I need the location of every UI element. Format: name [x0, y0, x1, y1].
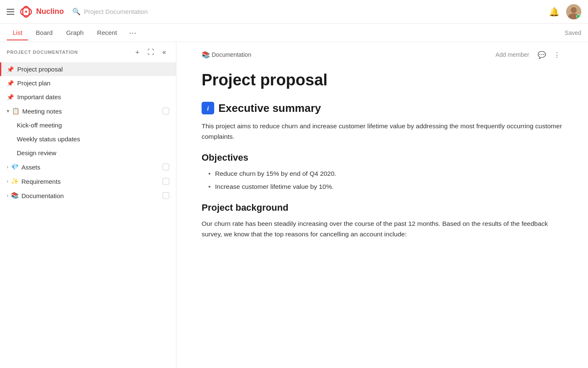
section-heading-objectives: Objectives [202, 152, 563, 163]
meeting-notes-checkbox[interactable] [163, 108, 169, 114]
pin-icon: 📌 [7, 80, 14, 87]
sidebar-item-weekly-status-updates[interactable]: Weekly status updates [0, 132, 176, 146]
sidebar-header: PROJECT DOCUMENTATION ＋ ⛶ « [0, 42, 176, 62]
sidebar: PROJECT DOCUMENTATION ＋ ⛶ « 📌 Project pr… [0, 42, 176, 368]
notification-bell[interactable]: 🔔 [549, 7, 559, 17]
search-placeholder: Project Documentation [84, 8, 148, 15]
content-area: 📚 Documentation Add member 💬 ⋮ Project p… [176, 42, 588, 368]
breadcrumb-icon: 📚 [202, 51, 210, 59]
list-item: Increase customer lifetime value by 10%. [208, 181, 563, 192]
collapse-sidebar-button[interactable]: « [159, 47, 169, 57]
sidebar-item-design-review[interactable]: Design review [0, 146, 176, 160]
tab-graph[interactable]: Graph [60, 26, 89, 40]
section-heading-executive-summary: i Executive summary [202, 102, 563, 115]
breadcrumb-text[interactable]: Documentation [212, 51, 251, 58]
svg-point-2 [25, 11, 27, 13]
logo-icon [19, 5, 33, 19]
sidebar-item-project-plan[interactable]: 📌 Project plan [0, 76, 176, 90]
sidebar-group-documentation[interactable]: › 📚 Documentation [0, 188, 176, 203]
document-title: Project proposal [202, 71, 563, 90]
hamburger-menu[interactable] [7, 9, 14, 15]
tab-more-icon[interactable]: ⋯ [125, 25, 141, 41]
add-member-button[interactable]: Add member [496, 51, 529, 58]
breadcrumb: 📚 Documentation [202, 51, 489, 59]
topbar: Nuclino 🔍 Project Documentation 🔔 [0, 0, 588, 24]
sidebar-item-label: Kick-off meeting [17, 122, 169, 129]
active-indicator [0, 62, 1, 76]
sidebar-item-label: Project proposal [17, 66, 169, 73]
tab-recent[interactable]: Recent [91, 26, 123, 40]
logo-text: Nuclino [36, 7, 64, 16]
requirements-checkbox[interactable] [163, 178, 169, 185]
content-topbar: 📚 Documentation Add member 💬 ⋮ [202, 42, 563, 64]
assets-checkbox[interactable] [163, 164, 169, 170]
sidebar-item-label: Important dates [17, 93, 169, 101]
info-icon: i [202, 102, 214, 114]
requirements-icon: ✨ [11, 177, 19, 185]
tab-board[interactable]: Board [30, 26, 58, 40]
objectives-list: Reduce churn by 15% by end of Q4 2020. I… [208, 168, 563, 192]
sidebar-item-label: Project plan [17, 79, 169, 87]
documentation-icon: 📚 [11, 192, 19, 199]
more-options-button[interactable]: ⋮ [551, 49, 563, 61]
sidebar-item-important-dates[interactable]: 📌 Important dates [0, 90, 176, 104]
list-item: Reduce churn by 15% by end of Q4 2020. [208, 168, 563, 179]
sidebar-item-project-proposal[interactable]: 📌 Project proposal [0, 62, 176, 76]
sidebar-group-assets[interactable]: › 💎 Assets [0, 160, 176, 174]
saved-status: Saved [564, 29, 581, 36]
sidebar-item-kick-off-meeting[interactable]: Kick-off meeting [0, 118, 176, 132]
project-background-body: Our churn rate has been steadily increas… [202, 218, 563, 240]
expand-arrow-icon: › [7, 193, 8, 199]
section-heading-text: Executive summary [218, 102, 321, 115]
sidebar-items: 📌 Project proposal 📌 Project plan 📌 Impo… [0, 62, 176, 368]
tabbar: List Board Graph Recent ⋯ Saved [0, 24, 588, 42]
sidebar-item-label: Design review [17, 149, 169, 156]
logo: Nuclino [19, 5, 64, 19]
search-icon: 🔍 [72, 8, 81, 16]
sidebar-item-label: Weekly status updates [17, 135, 169, 143]
tab-list[interactable]: List [7, 26, 28, 40]
content-actions: 💬 ⋮ [536, 49, 563, 61]
topbar-right: 🔔 [549, 4, 581, 19]
sidebar-group-label: Meeting notes [22, 108, 160, 115]
expand-arrow-icon: ▾ [7, 108, 9, 114]
sidebar-group-meeting-notes[interactable]: ▾ 📋 Meeting notes [0, 104, 176, 118]
pin-icon: 📌 [7, 66, 14, 73]
sidebar-group-label: Assets [21, 164, 160, 171]
add-item-button[interactable]: ＋ [132, 47, 142, 57]
documentation-checkbox[interactable] [163, 192, 169, 199]
section-heading-project-background: Project background [202, 202, 563, 213]
search-bar[interactable]: 🔍 Project Documentation [72, 8, 282, 16]
expand-arrow-icon: › [7, 164, 8, 170]
sidebar-group-label: Requirements [21, 178, 160, 185]
user-avatar[interactable] [566, 4, 581, 19]
main-layout: PROJECT DOCUMENTATION ＋ ⛶ « 📌 Project pr… [0, 42, 588, 368]
sidebar-group-label: Documentation [21, 192, 160, 199]
meeting-notes-icon: 📋 [12, 107, 20, 115]
executive-summary-body: This project aims to reduce churn and in… [202, 121, 563, 142]
comment-button[interactable]: 💬 [536, 49, 548, 61]
expand-sidebar-button[interactable]: ⛶ [146, 47, 156, 57]
expand-arrow-icon: › [7, 178, 8, 184]
sidebar-title: PROJECT DOCUMENTATION [7, 50, 129, 55]
sidebar-group-requirements[interactable]: › ✨ Requirements [0, 174, 176, 188]
pin-icon: 📌 [7, 94, 14, 101]
svg-point-4 [571, 7, 577, 13]
assets-icon: 💎 [11, 163, 19, 171]
